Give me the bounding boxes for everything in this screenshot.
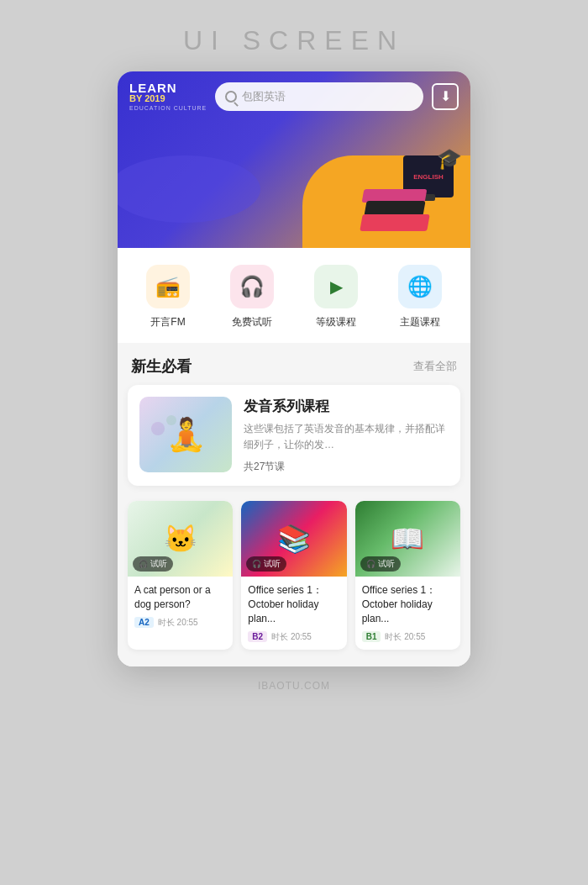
course-meta-1: A2 时长 20:55 [134, 617, 226, 629]
search-placeholder: 包图英语 [242, 89, 286, 104]
level-badge-1: A2 [134, 617, 154, 628]
course-body-3: Office series 1：October holiday plan... … [355, 577, 460, 649]
nav-label-radio: 开言FM [150, 315, 185, 329]
headset-small-icon-3: 🎧 [366, 560, 375, 568]
graduation-hat-icon: 🎓 [437, 147, 462, 171]
course-name-2: Office series 1：October holiday plan... [248, 583, 339, 625]
nav-item-theme[interactable]: 🌐 主题课程 [386, 265, 454, 329]
brand-sub: EDUCATION CULTURE [129, 105, 207, 111]
quick-nav: 📻 开言FM 🎧 免费试听 ▶ 等级课程 🌐 主题课程 [118, 248, 470, 343]
nav-item-grade[interactable]: ▶ 等级课程 [302, 265, 370, 329]
course-name-3: Office series 1：October holiday plan... [362, 583, 454, 625]
course-thumb-2: 📚 🎧 试听 [241, 501, 346, 577]
radio-icon: 📻 [146, 265, 190, 308]
download-button[interactable]: ⬇ [432, 83, 459, 110]
course-body-1: A cat person or a dog person? A2 时长 20:5… [128, 577, 233, 635]
course-thumb-3: 📖 🎧 试听 [355, 501, 460, 577]
brand-learn: LEARN [129, 82, 207, 94]
brand-logo: LEARN BY 2019 EDUCATION CULTURE [129, 82, 207, 111]
bottom-label: IBAOTU.COM [258, 680, 330, 692]
listen-badge-3: 🎧 试听 [360, 556, 401, 572]
course-body-2: Office series 1：October holiday plan... … [241, 577, 346, 649]
course-card-3[interactable]: 📖 🎧 试听 Office series 1：October holiday p… [355, 501, 460, 649]
headset-small-icon-2: 🎧 [252, 560, 261, 568]
listen-badge-2: 🎧 试听 [246, 556, 286, 572]
nav-label-headphone: 免费试听 [232, 315, 272, 329]
search-icon [225, 91, 237, 103]
section-title: 新生必看 [131, 356, 192, 377]
course-meta-3: B1 时长 20:55 [362, 631, 454, 643]
course-card-2[interactable]: 📚 🎧 试听 Office series 1：October holiday p… [241, 501, 346, 649]
featured-card[interactable]: 🧘 发音系列课程 这些课包括了英语发音的基本规律，并搭配详细列子，让你的发… 共… [128, 385, 460, 486]
play-icon: ▶ [314, 265, 358, 308]
section-header: 新生必看 查看全部 [118, 343, 470, 385]
course-meta-2: B2 时长 20:55 [248, 631, 339, 643]
nav-item-headphone[interactable]: 🎧 免费试听 [218, 265, 286, 329]
course-card-1[interactable]: 🐱 🎧 试听 A cat person or a dog person? A2 … [128, 501, 233, 649]
featured-desc: 这些课包括了英语发音的基本规律，并搭配详细列子，让你的发… [244, 421, 449, 453]
listen-badge-1: 🎧 试听 [133, 556, 173, 572]
course-duration-3: 时长 20:55 [385, 631, 425, 643]
view-all-link[interactable]: 查看全部 [413, 359, 457, 374]
featured-count: 共27节课 [244, 460, 449, 474]
course-duration-2: 时长 20:55 [271, 631, 312, 643]
headset-small-icon: 🎧 [139, 560, 148, 568]
featured-thumbnail: 🧘 [139, 397, 232, 472]
featured-info: 发音系列课程 这些课包括了英语发音的基本规律，并搭配详细列子，让你的发… 共27… [244, 397, 449, 474]
hero-illustration: ENGLISH 🎓 [353, 155, 454, 240]
nav-label-theme: 主题课程 [400, 315, 440, 329]
course-grid: 🐱 🎧 试听 A cat person or a dog person? A2 … [118, 501, 470, 666]
search-bar[interactable]: 包图英语 [215, 82, 423, 111]
nav-item-radio[interactable]: 📻 开言FM [134, 265, 202, 329]
featured-title: 发音系列课程 [244, 397, 449, 416]
svg-point-1 [166, 415, 176, 425]
svg-point-0 [151, 422, 165, 435]
course-thumb-1: 🐱 🎧 试听 [128, 501, 233, 577]
nav-label-grade: 等级课程 [316, 315, 356, 329]
globe-icon: 🌐 [398, 265, 442, 308]
course-name-1: A cat person or a dog person? [134, 583, 226, 612]
course-duration-1: 时长 20:55 [158, 617, 198, 629]
hero-top-bar: LEARN BY 2019 EDUCATION CULTURE 包图英语 ⬇ [129, 82, 459, 111]
brand-year: BY 2019 [129, 94, 207, 103]
headphone-icon: 🎧 [230, 265, 274, 308]
hero-banner: ENGLISH 🎓 LEARN BY 2019 EDUCATION CULTUR… [118, 71, 470, 248]
level-badge-3: B1 [362, 631, 381, 642]
ui-screen-label: UI SCREEN [183, 25, 405, 56]
level-badge-2: B2 [248, 631, 267, 642]
phone-frame: ENGLISH 🎓 LEARN BY 2019 EDUCATION CULTUR… [118, 71, 470, 666]
